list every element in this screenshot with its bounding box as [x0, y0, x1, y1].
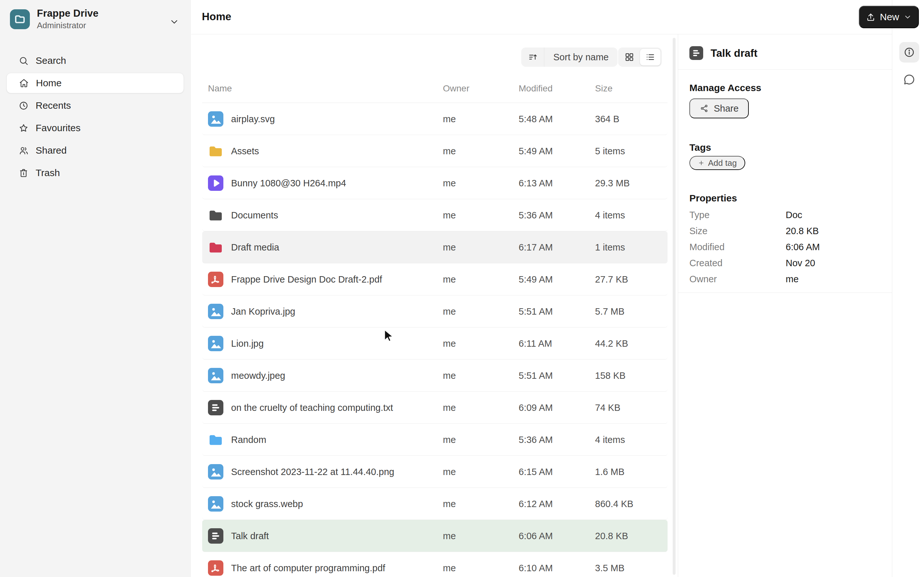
tags-heading: Tags	[690, 142, 711, 153]
table-row[interactable]: Screenshot 2023-11-22 at 11.44.40.png me…	[202, 456, 667, 488]
sidebar-item-recents[interactable]: Recents	[6, 95, 184, 116]
property-value: 6:06 AM	[786, 242, 820, 252]
file-name: Frappe Drive Design Doc Draft-2.pdf	[231, 274, 382, 284]
property-label: Modified	[690, 242, 786, 252]
file-modified: 5:51 AM	[519, 370, 552, 381]
page-title: Home	[202, 11, 231, 23]
file-name: Draft media	[231, 242, 279, 252]
properties-list: Type Doc Size 20.8 KB Modified 6:06 AM C…	[690, 207, 869, 287]
video-file-icon	[208, 176, 223, 191]
file-name: meowdy.jpeg	[231, 370, 285, 381]
file-modified: 6:06 AM	[519, 530, 552, 541]
file-modified: 5:48 AM	[519, 114, 552, 124]
file-size: 364 B	[595, 114, 619, 124]
table-row[interactable]: Random me 5:36 AM 4 items	[202, 424, 667, 456]
file-modified: 5:36 AM	[519, 434, 552, 445]
property-row: Size 20.8 KB	[690, 223, 869, 239]
star-icon	[19, 123, 29, 133]
file-size: 29.3 MB	[595, 178, 630, 188]
new-button[interactable]: New	[859, 6, 919, 28]
file-table-body: airplay.svg me 5:48 AM 364 B Assets me 5…	[202, 103, 667, 577]
trash-icon	[19, 168, 29, 178]
table-row[interactable]: on the cruelty of teaching computing.txt…	[202, 392, 667, 424]
file-owner: me	[443, 370, 456, 381]
file-modified: 5:49 AM	[519, 274, 552, 284]
sidebar-item-shared[interactable]: Shared	[6, 140, 184, 161]
home-icon	[19, 78, 29, 88]
file-name: Random	[231, 434, 267, 445]
header-divider	[191, 34, 892, 34]
file-size: 27.7 KB	[595, 274, 628, 284]
workspace-switcher[interactable]: Frappe Drive Administrator	[0, 0, 190, 37]
file-modified: 6:13 AM	[519, 178, 552, 188]
scrollbar[interactable]	[673, 38, 675, 575]
table-row[interactable]: Draft media me 6:17 AM 1 items	[202, 231, 667, 263]
table-row[interactable]: Jan Kopriva.jpg me 5:51 AM 5.7 MB	[202, 295, 667, 327]
sort-direction-button[interactable]	[521, 47, 544, 67]
workspace-subtitle: Administrator	[37, 21, 99, 31]
frappe-drive-app: Frappe Drive Administrator Search Home R…	[0, 0, 924, 577]
property-label: Created	[690, 258, 786, 268]
table-row[interactable]: Talk draft me 6:06 AM 20.8 KB	[202, 520, 667, 552]
plus-icon	[698, 160, 705, 166]
sort-by-label: Sort by name	[544, 52, 617, 63]
workspace-title: Frappe Drive	[37, 8, 99, 19]
share-button-label: Share	[714, 103, 738, 114]
file-size: 4 items	[595, 210, 625, 220]
sidebar-item-home[interactable]: Home	[6, 73, 184, 93]
grid-view-button[interactable]	[619, 48, 640, 66]
comment-button[interactable]	[903, 73, 916, 86]
list-view-icon	[645, 52, 655, 62]
sidebar-nav: Search Home Recents Favourites Shared Tr…	[0, 50, 190, 183]
manage-access-heading: Manage Access	[690, 82, 761, 93]
share-button[interactable]: Share	[690, 98, 749, 118]
list-view-button[interactable]	[640, 48, 661, 66]
file-owner: me	[443, 498, 456, 509]
chevron-down-icon	[903, 13, 912, 21]
sidebar-item-search[interactable]: Search	[6, 50, 184, 71]
table-row[interactable]: airplay.svg me 5:48 AM 364 B	[202, 103, 667, 135]
folder-blue-file-icon	[208, 432, 223, 447]
file-size: 3.5 MB	[595, 562, 625, 573]
table-row[interactable]: Documents me 5:36 AM 4 items	[202, 199, 667, 231]
file-modified: 6:09 AM	[519, 402, 552, 413]
folder-red-file-icon	[208, 240, 223, 255]
file-name: Lion.jpg	[231, 338, 264, 349]
file-name: on the cruelty of teaching computing.txt	[231, 402, 393, 413]
property-label: Owner	[690, 274, 786, 284]
image-file-icon	[208, 304, 223, 319]
table-row[interactable]: Bunny 1080@30 H264.mp4 me 6:13 AM 29.3 M…	[202, 167, 667, 199]
logo-folder-icon	[14, 13, 26, 25]
add-tag-button[interactable]: Add tag	[690, 156, 745, 170]
chevron-down-icon	[169, 17, 179, 27]
file-size: 1.6 MB	[595, 466, 625, 477]
file-size: 74 KB	[595, 402, 620, 413]
users-icon	[19, 146, 29, 156]
image-file-icon	[208, 496, 223, 512]
file-name: Jan Kopriva.jpg	[231, 306, 295, 317]
file-modified: 5:51 AM	[519, 306, 552, 317]
frappe-drive-logo	[10, 9, 30, 29]
table-row[interactable]: meowdy.jpeg me 5:51 AM 158 KB	[202, 359, 667, 392]
sidebar-item-trash[interactable]: Trash	[6, 163, 184, 183]
doc-file-icon	[208, 400, 223, 415]
search-icon	[19, 56, 29, 66]
column-header-owner: Owner	[443, 84, 469, 93]
table-row[interactable]: Lion.jpg me 6:11 AM 44.2 KB	[202, 327, 667, 359]
file-modified: 6:10 AM	[519, 562, 552, 573]
info-icon	[903, 47, 915, 58]
file-modified: 5:49 AM	[519, 146, 552, 156]
sidebar-item-favourites[interactable]: Favourites	[6, 118, 184, 138]
sidebar-item-label: Recents	[36, 100, 71, 111]
table-row[interactable]: stock grass.webp me 6:12 AM 860.4 KB	[202, 488, 667, 520]
info-panel-button[interactable]	[899, 42, 919, 63]
table-row[interactable]: The art of computer programming.pdf me 6…	[202, 552, 667, 577]
table-row[interactable]: Assets me 5:49 AM 5 items	[202, 135, 667, 167]
file-owner: me	[443, 210, 456, 220]
file-owner: me	[443, 562, 456, 573]
property-value: 20.8 KB	[786, 226, 819, 236]
file-modified: 6:11 AM	[519, 338, 552, 349]
sort-control[interactable]: Sort by name	[521, 47, 617, 67]
file-name: airplay.svg	[231, 114, 275, 124]
table-row[interactable]: Frappe Drive Design Doc Draft-2.pdf me 5…	[202, 263, 667, 295]
